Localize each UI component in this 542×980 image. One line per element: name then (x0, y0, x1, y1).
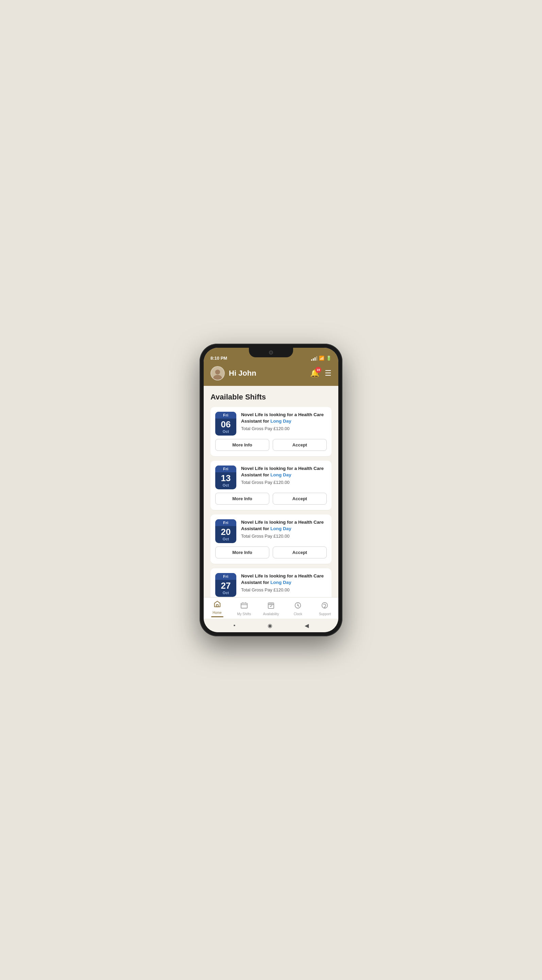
shift-info: Novel Life is looking for a Health Care … (241, 573, 327, 592)
accept-button-0[interactable]: Accept (273, 439, 327, 451)
shift-type: Long Day (270, 472, 292, 477)
myshifts-icon (240, 601, 248, 611)
accept-button-1[interactable]: Accept (273, 493, 327, 504)
notch (249, 348, 293, 357)
svg-point-7 (298, 605, 298, 606)
availability-icon (267, 601, 275, 611)
date-badge: Fri 27 Oct (215, 573, 236, 597)
notification-badge: 19 (315, 367, 321, 373)
shift-pay: Total Gross Pay £120.00 (241, 426, 327, 431)
signal-icon (311, 356, 317, 361)
notification-button[interactable]: 🔔 19 (310, 369, 319, 378)
more-info-button-2[interactable]: More Info (215, 546, 269, 558)
date-day-name: Fri (215, 573, 236, 580)
date-badge: Fri 20 Oct (215, 519, 236, 543)
nav-label-home: Home (212, 611, 222, 614)
date-day-name: Fri (215, 466, 236, 472)
shift-type: Long Day (270, 526, 292, 531)
header-left: Hi John (211, 366, 257, 380)
page-title: Available Shifts (211, 393, 331, 401)
camera (269, 350, 273, 355)
svg-rect-3 (216, 605, 218, 607)
shift-title: Novel Life is looking for a Health Care … (241, 466, 327, 479)
svg-rect-4 (241, 603, 247, 608)
shift-type: Long Day (270, 418, 292, 424)
more-info-button-0[interactable]: More Info (215, 439, 269, 451)
nav-item-myshifts[interactable]: My Shifts (231, 601, 257, 616)
shift-type: Long Day (270, 580, 292, 585)
menu-icon[interactable]: ☰ (325, 369, 331, 378)
date-number: 13 (221, 472, 231, 483)
nav-item-availability[interactable]: Availability (257, 601, 284, 616)
bottom-nav: Home My Shifts (204, 597, 338, 619)
shift-card-top: Fri 06 Oct Novel Life is looking for a H… (215, 412, 327, 436)
more-info-button-1[interactable]: More Info (215, 493, 269, 504)
nav-active-indicator (211, 616, 223, 617)
date-month: Oct (223, 430, 229, 436)
shift-title: Novel Life is looking for a Health Care … (241, 519, 327, 532)
accept-button-2[interactable]: Accept (273, 546, 327, 558)
main-content: Available Shifts Fri 06 Oct Novel Life i… (204, 386, 338, 597)
date-number: 20 (221, 526, 231, 537)
shift-pay: Total Gross Pay £120.00 (241, 533, 327, 539)
shift-title: Novel Life is looking for a Health Care … (241, 573, 327, 586)
date-badge: Fri 06 Oct (215, 412, 236, 436)
shift-title: Novel Life is looking for a Health Care … (241, 412, 327, 425)
date-month: Oct (223, 591, 229, 597)
date-badge: Fri 13 Oct (215, 466, 236, 489)
date-number: 27 (221, 580, 231, 591)
status-time: 8:10 PM (211, 356, 227, 361)
app-header: Hi John 🔔 19 ☰ (204, 363, 338, 386)
shift-card-1: Fri 13 Oct Novel Life is looking for a H… (211, 461, 331, 511)
shift-actions: More Info Accept (215, 493, 327, 504)
support-icon (321, 601, 328, 611)
battery-icon: 🔋 (326, 356, 331, 361)
header-right: 🔔 19 ☰ (310, 369, 331, 378)
shifts-list: Fri 06 Oct Novel Life is looking for a H… (211, 407, 331, 597)
shift-info: Novel Life is looking for a Health Care … (241, 519, 327, 539)
date-day-name: Fri (215, 519, 236, 526)
phone-screen: 8:10 PM 📶 🔋 (204, 348, 338, 632)
date-month: Oct (223, 537, 229, 543)
phone-frame: 8:10 PM 📶 🔋 (200, 344, 342, 636)
android-home-btn[interactable]: ◉ (268, 622, 273, 629)
shift-info: Novel Life is looking for a Health Care … (241, 466, 327, 485)
header-greeting: Hi John (229, 369, 257, 378)
date-day-name: Fri (215, 412, 236, 418)
avatar[interactable] (211, 366, 225, 380)
shift-card-top: Fri 20 Oct Novel Life is looking for a H… (215, 519, 327, 543)
date-month: Oct (223, 483, 229, 489)
shift-actions: More Info Accept (215, 546, 327, 558)
date-number: 06 (221, 418, 231, 430)
nav-label-clock: Clock (294, 612, 302, 616)
nav-item-home[interactable]: Home (204, 600, 231, 617)
nav-label-support: Support (319, 612, 331, 616)
android-nav: ▪ ◉ ◀ (204, 619, 338, 632)
shift-card-0: Fri 06 Oct Novel Life is looking for a H… (211, 407, 331, 457)
nav-item-support[interactable]: Support (311, 601, 338, 616)
svg-point-9 (325, 607, 325, 608)
shift-card-top: Fri 27 Oct Novel Life is looking for a H… (215, 573, 327, 597)
shift-actions: More Info Accept (215, 439, 327, 451)
shift-pay: Total Gross Pay £120.00 (241, 480, 327, 485)
shift-info: Novel Life is looking for a Health Care … (241, 412, 327, 431)
shift-card-3: Fri 27 Oct Novel Life is looking for a H… (211, 568, 331, 597)
svg-point-1 (215, 369, 220, 374)
clock-icon (294, 601, 302, 611)
shift-pay: Total Gross Pay £120.00 (241, 587, 327, 592)
android-square-btn[interactable]: ▪ (233, 622, 235, 628)
svg-rect-5 (268, 603, 274, 609)
android-back-btn[interactable]: ◀ (305, 622, 309, 629)
nav-label-availability: Availability (263, 612, 279, 616)
status-icons: 📶 🔋 (311, 356, 331, 361)
nav-item-clock[interactable]: Clock (285, 601, 311, 616)
shift-card-2: Fri 20 Oct Novel Life is looking for a H… (211, 514, 331, 564)
wifi-icon: 📶 (319, 356, 324, 361)
nav-label-myshifts: My Shifts (237, 612, 251, 616)
shift-card-top: Fri 13 Oct Novel Life is looking for a H… (215, 466, 327, 489)
home-icon (214, 600, 221, 610)
